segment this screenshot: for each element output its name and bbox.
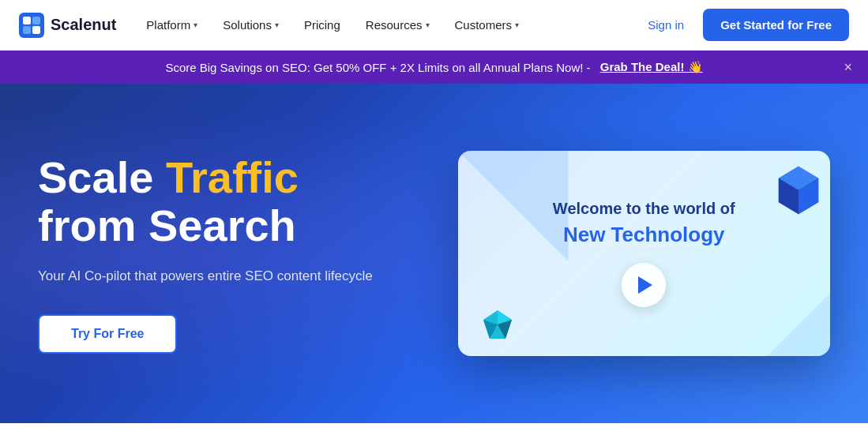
svg-rect-4 xyxy=(32,26,40,34)
promo-banner: Score Big Savings on SEO: Get 50% OFF + … xyxy=(0,51,868,84)
svg-rect-2 xyxy=(32,17,40,24)
try-for-free-button[interactable]: Try For Free xyxy=(38,314,177,354)
play-button[interactable] xyxy=(622,263,666,307)
close-banner-button[interactable]: × xyxy=(844,59,852,76)
video-content: Welcome to the world of New Technology xyxy=(537,184,751,323)
nav-links: Platform ▾ Solutions ▾ Pricing Resources… xyxy=(135,12,638,38)
hero-content-right: Welcome to the world of New Technology xyxy=(458,151,831,356)
cube-3d-icon xyxy=(775,163,822,218)
sign-in-button[interactable]: Sign in xyxy=(638,12,693,38)
video-subtitle: New Technology xyxy=(553,223,735,247)
nav-item-resources[interactable]: Resources ▾ xyxy=(355,12,441,38)
nav-item-solutions[interactable]: Solutions ▾ xyxy=(212,12,290,38)
get-started-button[interactable]: Get Started for Free xyxy=(703,9,849,41)
logo-icon xyxy=(19,13,44,38)
nav-item-platform[interactable]: Platform ▾ xyxy=(135,12,209,38)
nav-item-pricing[interactable]: Pricing xyxy=(293,12,351,38)
promo-cta-link[interactable]: Grab The Deal! 👋 xyxy=(600,60,703,74)
hero-section: Scale Traffic from Search Your AI Co-pil… xyxy=(0,84,868,423)
solutions-chevron-icon: ▾ xyxy=(275,21,279,29)
video-card: Welcome to the world of New Technology xyxy=(458,151,831,356)
platform-chevron-icon: ▾ xyxy=(194,21,197,29)
hero-title-line1: Scale xyxy=(38,152,166,202)
logo-text: Scalenut xyxy=(51,16,116,34)
promo-text: Score Big Savings on SEO: Get 50% OFF + … xyxy=(165,61,590,74)
svg-rect-3 xyxy=(23,26,31,34)
gem-icon xyxy=(482,309,513,340)
svg-rect-0 xyxy=(19,13,44,38)
hero-title-line2: from Search xyxy=(38,201,296,250)
resources-chevron-icon: ▾ xyxy=(426,21,430,29)
hero-subtitle: Your AI Co-pilot that powers entire SEO … xyxy=(38,266,411,287)
nav-item-customers[interactable]: Customers ▾ xyxy=(444,12,531,38)
video-title: Welcome to the world of xyxy=(553,200,735,218)
customers-chevron-icon: ▾ xyxy=(515,21,519,29)
logo-link[interactable]: Scalenut xyxy=(19,13,116,38)
navbar: Scalenut Platform ▾ Solutions ▾ Pricing … xyxy=(0,0,868,51)
svg-rect-1 xyxy=(23,17,31,24)
hero-title-highlight: Traffic xyxy=(166,152,299,202)
hero-title: Scale Traffic from Search xyxy=(38,153,411,250)
nav-right: Sign in Get Started for Free xyxy=(638,9,849,41)
hero-content-left: Scale Traffic from Search Your AI Co-pil… xyxy=(38,153,411,354)
